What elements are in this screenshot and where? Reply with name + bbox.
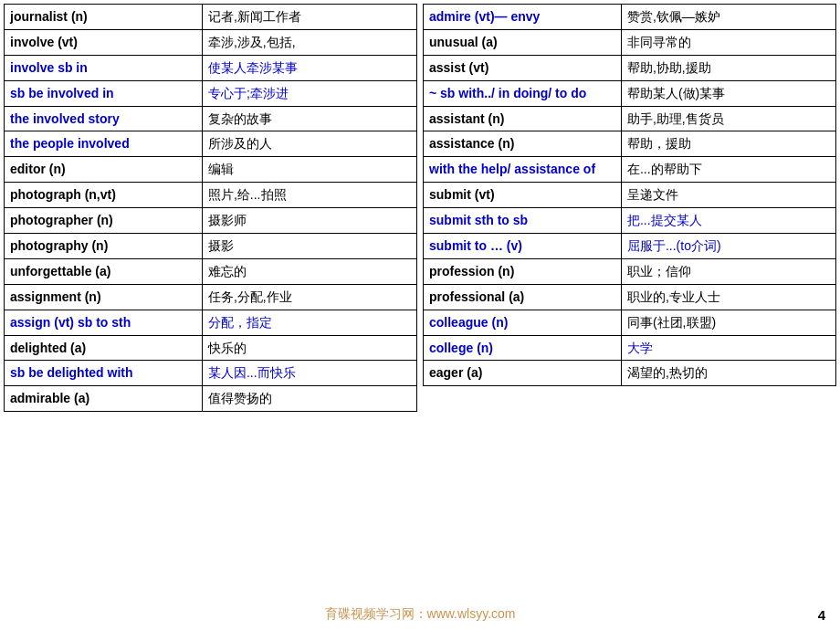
definition-cell: 任务,分配,作业 — [202, 284, 416, 310]
definition-cell: 大学 — [621, 335, 835, 361]
watermark: 育碟视频学习网：www.wlsyy.com — [0, 606, 840, 623]
term-cell: professional (a) — [424, 284, 622, 310]
term-cell: involve (vt) — [5, 29, 203, 55]
term-cell: submit sth to sb — [424, 208, 622, 234]
table-row: profession (n)职业；信仰 — [424, 258, 836, 284]
definition-cell: 快乐的 — [202, 335, 416, 361]
table-row: the involved story复杂的故事 — [5, 106, 417, 131]
term-cell: unforgettable (a) — [5, 258, 203, 284]
term-cell: eager (a) — [424, 361, 622, 386]
term-cell: sb be involved in — [5, 80, 203, 106]
table-row: involve sb in使某人牵涉某事 — [5, 55, 417, 80]
term-cell: delighted (a) — [5, 335, 203, 361]
term-cell: photography (n) — [5, 234, 203, 259]
table-row: ~ sb with../ in doing/ to do帮助某人(做)某事 — [424, 80, 836, 106]
definition-cell: 难忘的 — [202, 258, 416, 284]
right-table-wrapper: admire (vt)— envy赞赏,钦佩—嫉妒unusual (a)非同寻常… — [423, 4, 836, 608]
term-cell: assist (vt) — [424, 55, 622, 80]
table-row: delighted (a)快乐的 — [5, 335, 417, 361]
table-row: admirable (a)值得赞扬的 — [5, 386, 417, 412]
table-row: with the help/ assistance of在...的帮助下 — [424, 157, 836, 183]
definition-cell: 帮助,协助,援助 — [621, 55, 835, 80]
main-container: journalist (n)记者,新闻工作者involve (vt)牵涉,涉及,… — [0, 0, 840, 612]
table-row: photographer (n)摄影师 — [5, 208, 417, 234]
definition-cell: 摄影师 — [202, 208, 416, 234]
term-cell: colleague (n) — [424, 310, 622, 335]
table-row: assistance (n)帮助，援助 — [424, 131, 836, 157]
definition-cell: 非同寻常的 — [621, 29, 835, 55]
table-row: involve (vt)牵涉,涉及,包括, — [5, 29, 417, 55]
term-cell: journalist (n) — [5, 5, 203, 30]
term-cell: editor (n) — [5, 157, 203, 183]
table-row: submit to … (v)屈服于...(to介词) — [424, 234, 836, 259]
definition-cell: 编辑 — [202, 157, 416, 183]
definition-cell: 某人因...而快乐 — [202, 361, 416, 386]
definition-cell: 在...的帮助下 — [621, 157, 835, 183]
table-row: unusual (a)非同寻常的 — [424, 29, 836, 55]
definition-cell: 同事(社团,联盟) — [621, 310, 835, 335]
term-cell: submit (vt) — [424, 183, 622, 208]
term-cell: assistance (n) — [424, 131, 622, 157]
definition-cell: 渴望的,热切的 — [621, 361, 835, 386]
definition-cell: 专心于;牵涉进 — [202, 80, 416, 106]
term-cell: admirable (a) — [5, 386, 203, 412]
term-cell: profession (n) — [424, 258, 622, 284]
term-cell: the people involved — [5, 131, 203, 157]
term-cell: admire (vt)— envy — [424, 5, 622, 30]
definition-cell: 职业；信仰 — [621, 258, 835, 284]
definition-cell: 所涉及的人 — [202, 131, 416, 157]
table-row: assignment (n)任务,分配,作业 — [5, 284, 417, 310]
definition-cell: 牵涉,涉及,包括, — [202, 29, 416, 55]
table-row: admire (vt)— envy赞赏,钦佩—嫉妒 — [424, 5, 836, 30]
definition-cell: 使某人牵涉某事 — [202, 55, 416, 80]
definition-cell: 屈服于...(to介词) — [621, 234, 835, 259]
term-cell: sb be delighted with — [5, 361, 203, 386]
term-cell: assignment (n) — [5, 284, 203, 310]
table-row: unforgettable (a)难忘的 — [5, 258, 417, 284]
table-row: college (n)大学 — [424, 335, 836, 361]
table-row: photography (n)摄影 — [5, 234, 417, 259]
definition-cell: 呈递文件 — [621, 183, 835, 208]
term-cell: assistant (n) — [424, 106, 622, 131]
table-row: assistant (n)助手,助理,售货员 — [424, 106, 836, 131]
definition-cell: 记者,新闻工作者 — [202, 5, 416, 30]
term-cell: involve sb in — [5, 55, 203, 80]
term-cell: college (n) — [424, 335, 622, 361]
term-cell: with the help/ assistance of — [424, 157, 622, 183]
definition-cell: 帮助某人(做)某事 — [621, 80, 835, 106]
definition-cell: 助手,助理,售货员 — [621, 106, 835, 131]
table-row: editor (n)编辑 — [5, 157, 417, 183]
table-row: submit (vt)呈递文件 — [424, 183, 836, 208]
table-row: submit sth to sb把...提交某人 — [424, 208, 836, 234]
table-row: assign (vt) sb to sth分配，指定 — [5, 310, 417, 335]
definition-cell: 把...提交某人 — [621, 208, 835, 234]
definition-cell: 照片,给...拍照 — [202, 183, 416, 208]
term-cell: assign (vt) sb to sth — [5, 310, 203, 335]
right-vocabulary-table: admire (vt)— envy赞赏,钦佩—嫉妒unusual (a)非同寻常… — [423, 4, 836, 386]
table-row: eager (a)渴望的,热切的 — [424, 361, 836, 386]
definition-cell: 值得赞扬的 — [202, 386, 416, 412]
definition-cell: 摄影 — [202, 234, 416, 259]
table-row: sb be delighted with某人因...而快乐 — [5, 361, 417, 386]
definition-cell: 分配，指定 — [202, 310, 416, 335]
table-row: professional (a)职业的,专业人士 — [424, 284, 836, 310]
term-cell: unusual (a) — [424, 29, 622, 55]
table-row: the people involved所涉及的人 — [5, 131, 417, 157]
term-cell: ~ sb with../ in doing/ to do — [424, 80, 622, 106]
table-row: assist (vt)帮助,协助,援助 — [424, 55, 836, 80]
term-cell: the involved story — [5, 106, 203, 131]
definition-cell: 复杂的故事 — [202, 106, 416, 131]
definition-cell: 职业的,专业人士 — [621, 284, 835, 310]
definition-cell: 帮助，援助 — [621, 131, 835, 157]
left-vocabulary-table: journalist (n)记者,新闻工作者involve (vt)牵涉,涉及,… — [4, 4, 417, 412]
table-row: photograph (n,vt)照片,给...拍照 — [5, 183, 417, 208]
term-cell: submit to … (v) — [424, 234, 622, 259]
table-row: colleague (n)同事(社团,联盟) — [424, 310, 836, 335]
table-row: sb be involved in专心于;牵涉进 — [5, 80, 417, 106]
term-cell: photographer (n) — [5, 208, 203, 234]
table-row: journalist (n)记者,新闻工作者 — [5, 5, 417, 30]
term-cell: photograph (n,vt) — [5, 183, 203, 208]
left-table-wrapper: journalist (n)记者,新闻工作者involve (vt)牵涉,涉及,… — [4, 4, 417, 608]
definition-cell: 赞赏,钦佩—嫉妒 — [621, 5, 835, 30]
